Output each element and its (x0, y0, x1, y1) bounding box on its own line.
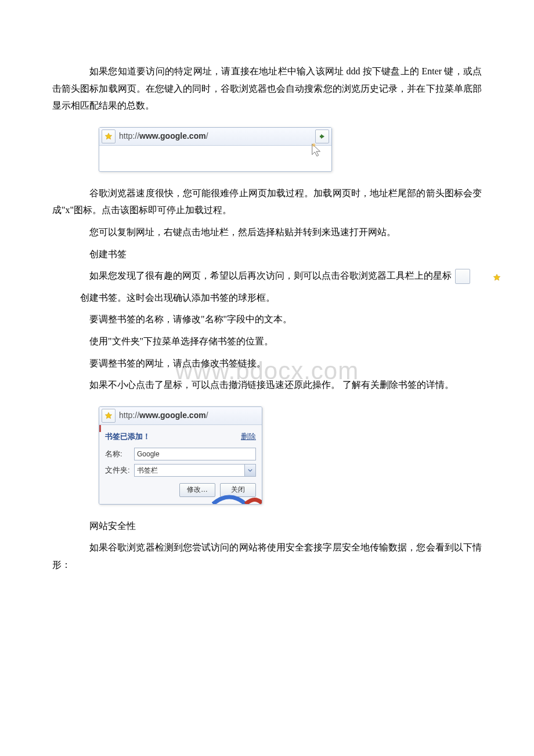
tag-decoration (99, 425, 101, 432)
paragraph-5a: 如果您发现了很有趣的网页，希望以后再次访问，则可以点击谷歌浏览器工具栏上的星标 (52, 267, 482, 285)
bookmark-delete-link[interactable]: 删除 (241, 430, 256, 444)
paragraph-3: 您可以复制网址，右键点击地址栏，然后选择粘贴并转到来迅速打开网站。 (52, 224, 482, 241)
paragraph-5b: 创建书签。这时会出现确认添加书签的球形框。 (52, 289, 482, 307)
chevron-down-icon[interactable] (244, 465, 255, 476)
star-icon[interactable] (102, 129, 116, 143)
paragraph-2: 谷歌浏览器速度很快，您可能很难停止网页加载过程。加载网页时，地址栏尾部的箭头图标… (52, 185, 482, 219)
bookmark-folder-value: 书签栏 (135, 465, 244, 476)
paragraph-7: 使用"文件夹"下拉菜单选择存储书签的位置。 (52, 333, 482, 350)
star-icon[interactable] (102, 409, 116, 423)
paragraph-10: 网站安全性 (52, 517, 482, 535)
bookmark-url-text[interactable]: http://www.google.com/ (119, 408, 259, 423)
paragraph-9: 如果不小心点击了星标，可以点击撤消链接迅速还原此操作。 了解有关删除书签的详情。 (52, 376, 482, 394)
bookmark-close-button[interactable]: 关闭 (220, 483, 256, 497)
paragraph-11: 如果谷歌浏览器检测到您尝试访问的网站将使用安全套接字层安全地传输数据，您会看到以… (52, 539, 482, 573)
url-prefix: http:// (119, 411, 139, 420)
figure-address-bar: http://www.google.com/ (99, 127, 482, 172)
bookmark-folder-select[interactable]: 书签栏 (134, 464, 256, 477)
svg-point-1 (312, 143, 316, 147)
cursor-icon (311, 142, 323, 159)
paragraph-1: 如果您知道要访问的特定网址，请直接在地址栏中输入该网址 ddd 按下键盘上的 E… (52, 63, 482, 114)
url-domain: www.google.com (139, 411, 206, 420)
url-prefix: http:// (119, 131, 139, 141)
paragraph-6: 要调整书签的名称，请修改"名称"字段中的文本。 (52, 311, 482, 328)
bookmark-name-label: 名称: (105, 447, 134, 461)
url-text[interactable]: http://www.google.com/ (119, 129, 315, 144)
bookmark-name-input[interactable] (134, 448, 256, 460)
bookmark-folder-label: 文件夹: (105, 463, 134, 477)
go-arrow-icon[interactable] (315, 129, 329, 143)
bookmark-address-bar[interactable]: http://www.google.com/ (99, 407, 262, 425)
url-suffix: / (206, 131, 208, 141)
address-bar[interactable]: http://www.google.com/ (99, 128, 331, 146)
paragraph-4: 创建书签 (52, 246, 482, 263)
inline-star-icon (455, 269, 470, 284)
paragraph-8: 要调整书签的网址，请点击修改书签链接。 (52, 355, 482, 372)
bookmark-added-label: 书签已添加！ (105, 430, 150, 444)
figure-bookmark-popup: http://www.google.com/ 书签已添加！ 删除 名称: 文件夹… (99, 406, 482, 505)
url-domain: www.google.com (139, 131, 206, 141)
url-suffix: / (206, 411, 208, 420)
bookmark-edit-button[interactable]: 修改… (179, 483, 215, 497)
